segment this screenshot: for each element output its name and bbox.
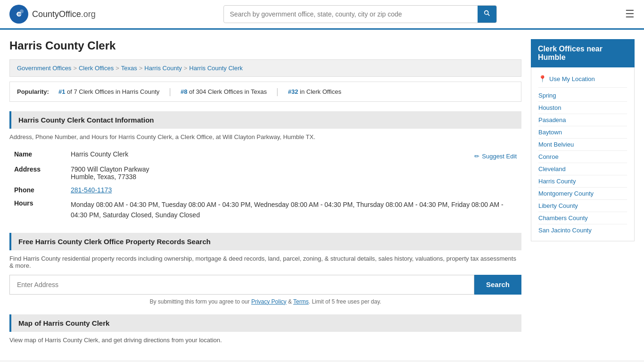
sidebar: Clerk Offices near Humble 📍 Use My Locat… bbox=[531, 39, 635, 351]
sidebar-title: Clerk Offices near Humble bbox=[531, 39, 635, 67]
contact-row-phone: Phone 281-540-1173 bbox=[9, 183, 521, 197]
main-container: Harris County Clerk Government Offices >… bbox=[0, 30, 644, 360]
breadcrumb-link-clerk-offices[interactable]: Clerk Offices bbox=[79, 65, 114, 72]
search-button[interactable] bbox=[478, 6, 496, 23]
contact-table: Name Harris County Clerk ✏ Suggest Edit … bbox=[9, 148, 521, 223]
property-search-button[interactable]: Search bbox=[474, 275, 521, 295]
pop-divider-2: | bbox=[276, 87, 279, 97]
property-search-form: Search bbox=[9, 275, 521, 295]
address-value: 7900 Will Clayton Parkway Humble, Texas,… bbox=[66, 163, 521, 183]
sidebar-link-pasadena[interactable]: Pasadena bbox=[538, 114, 627, 126]
phone-label: Phone bbox=[9, 183, 66, 197]
map-section-header: Map of Harris County Clerk bbox=[9, 314, 521, 332]
breadcrumb-link-harris-county-clerk[interactable]: Harris County Clerk bbox=[189, 65, 242, 72]
hamburger-menu[interactable]: ☰ bbox=[625, 8, 635, 20]
property-search-section-header: Free Harris County Clerk Office Property… bbox=[9, 233, 521, 250]
name-value: Harris County Clerk ✏ Suggest Edit bbox=[66, 148, 521, 163]
suggest-edit-link[interactable]: ✏ Suggest Edit bbox=[474, 153, 517, 160]
breadcrumb-sep-2: > bbox=[116, 65, 119, 72]
sidebar-content: 📍 Use My Location Spring Houston Pasaden… bbox=[531, 67, 635, 241]
popularity-bar: Popularity: #1 of 7 Clerk Offices in Har… bbox=[9, 82, 521, 102]
breadcrumb-link-government-offices[interactable]: Government Offices bbox=[17, 65, 71, 72]
hours-value: Monday 08:00 AM - 04:30 PM, Tuesday 08:0… bbox=[66, 197, 521, 223]
sidebar-link-montgomery-county[interactable]: Montgomery County bbox=[538, 188, 627, 200]
contact-description: Address, Phone Number, and Hours for Har… bbox=[9, 133, 521, 140]
address-line1: 7900 Will Clayton Parkway bbox=[71, 165, 517, 173]
contact-row-hours: Hours Monday 08:00 AM - 04:30 PM, Tuesda… bbox=[9, 197, 521, 223]
phone-link[interactable]: 281-540-1173 bbox=[71, 186, 112, 194]
map-description: View map of Harris County Clerk, and get… bbox=[9, 337, 521, 344]
pop-divider-1: | bbox=[169, 87, 171, 97]
svg-point-2 bbox=[20, 9, 24, 13]
breadcrumb: Government Offices > Clerk Offices > Tex… bbox=[9, 59, 521, 77]
breadcrumb-sep-4: > bbox=[184, 65, 188, 72]
suggest-edit-icon: ✏ bbox=[474, 153, 479, 160]
popularity-label: Popularity: bbox=[17, 88, 49, 95]
sidebar-link-spring[interactable]: Spring bbox=[538, 90, 627, 102]
popularity-badge-3: #32 in Clerk Offices bbox=[288, 88, 341, 95]
pin-icon: 📍 bbox=[538, 75, 546, 82]
content-area: Harris County Clerk Government Offices >… bbox=[9, 39, 521, 351]
name-label: Name bbox=[9, 148, 66, 163]
terms-link[interactable]: Terms bbox=[293, 298, 309, 305]
address-input[interactable] bbox=[9, 275, 474, 295]
sidebar-divider bbox=[538, 87, 627, 88]
page-title: Harris County Clerk bbox=[9, 39, 521, 52]
popularity-badge-2: #8 of 304 Clerk Offices in Texas bbox=[181, 88, 267, 95]
sidebar-link-houston[interactable]: Houston bbox=[538, 102, 627, 114]
sidebar-link-san-jacinto-county[interactable]: San Jacinto County bbox=[538, 224, 627, 236]
contact-section-header: Harris County Clerk Contact Information bbox=[9, 111, 521, 129]
address-label: Address bbox=[9, 163, 66, 183]
form-note: By submitting this form you agree to our… bbox=[9, 298, 521, 305]
search-bar bbox=[223, 5, 497, 23]
contact-row-address: Address 7900 Will Clayton Parkway Humble… bbox=[9, 163, 521, 183]
search-input[interactable] bbox=[224, 7, 478, 22]
address-line2: Humble, Texas, 77338 bbox=[71, 173, 517, 181]
map-section: Map of Harris County Clerk View map of H… bbox=[9, 314, 521, 344]
sidebar-link-mont-belvieu[interactable]: Mont Belvieu bbox=[538, 139, 627, 151]
sidebar-link-cleveland[interactable]: Cleveland bbox=[538, 163, 627, 175]
breadcrumb-sep-1: > bbox=[73, 65, 77, 72]
logo-text: CountyOffice.org bbox=[32, 9, 96, 19]
breadcrumb-sep-3: > bbox=[139, 65, 143, 72]
phone-value: 281-540-1173 bbox=[66, 183, 521, 197]
logo-icon: C bbox=[9, 5, 28, 24]
hours-label: Hours bbox=[9, 197, 66, 223]
breadcrumb-link-texas[interactable]: Texas bbox=[121, 65, 137, 72]
sidebar-link-liberty-county[interactable]: Liberty County bbox=[538, 200, 627, 212]
breadcrumb-link-harris-county[interactable]: Harris County bbox=[144, 65, 182, 72]
svg-point-3 bbox=[485, 11, 488, 15]
logo: C CountyOffice.org bbox=[9, 5, 96, 24]
sidebar-link-harris-county[interactable]: Harris County bbox=[538, 175, 627, 188]
contact-row-name: Name Harris County Clerk ✏ Suggest Edit bbox=[9, 148, 521, 163]
property-search-description: Find Harris County residential property … bbox=[9, 255, 521, 269]
header: C CountyOffice.org ☰ bbox=[0, 0, 644, 30]
sidebar-link-conroe[interactable]: Conroe bbox=[538, 151, 627, 163]
use-my-location-link[interactable]: 📍 Use My Location bbox=[538, 72, 627, 85]
sidebar-link-chambers-county[interactable]: Chambers County bbox=[538, 212, 627, 224]
svg-line-4 bbox=[488, 14, 490, 16]
sidebar-link-baytown[interactable]: Baytown bbox=[538, 126, 627, 139]
privacy-policy-link[interactable]: Privacy Policy bbox=[251, 298, 287, 305]
popularity-badge-1: #1 of 7 Clerk Offices in Harris County bbox=[58, 88, 159, 95]
